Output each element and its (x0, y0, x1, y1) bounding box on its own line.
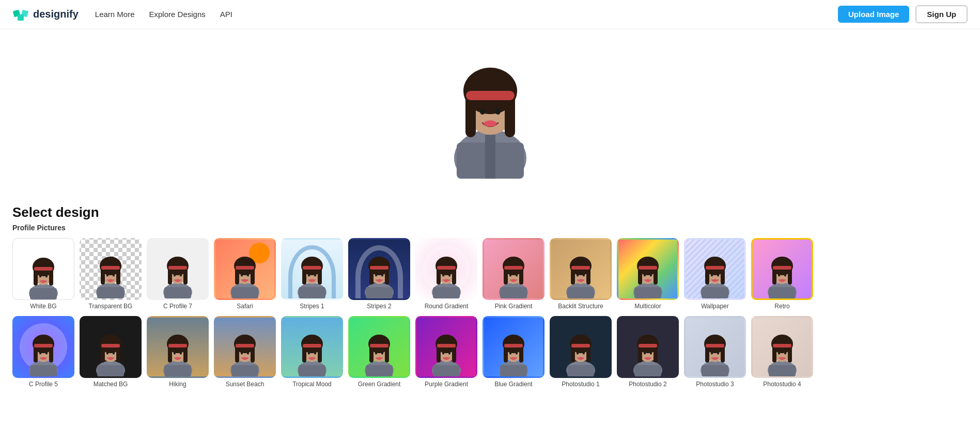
svg-point-101 (583, 274, 585, 277)
svg-rect-209 (504, 344, 523, 348)
svg-point-202 (444, 357, 449, 360)
design-item-stripes-1[interactable]: Stripes 1 (281, 238, 343, 310)
svg-point-102 (578, 279, 583, 282)
svg-rect-143 (30, 365, 57, 376)
design-item-multicolor[interactable]: Multicolor (617, 238, 679, 310)
svg-point-60 (308, 274, 310, 277)
design-item-photostudio-2[interactable]: Photostudio 2 (617, 316, 679, 388)
svg-rect-113 (634, 287, 661, 298)
design-item-backlit-structure[interactable]: Backlit Structure (550, 238, 612, 310)
svg-point-132 (780, 279, 785, 282)
svg-point-242 (712, 357, 718, 360)
svg-rect-179 (303, 344, 321, 348)
svg-rect-43 (164, 287, 191, 298)
design-item-tropical-mood[interactable]: Tropical Mood (281, 316, 343, 388)
svg-point-112 (645, 279, 650, 282)
svg-rect-2 (18, 14, 24, 21)
design-item-round-gradient[interactable]: Round Gradient (415, 238, 477, 310)
design-label-photostudio-3: Photostudio 3 (696, 381, 734, 388)
svg-point-90 (509, 274, 511, 277)
svg-point-252 (780, 357, 785, 360)
design-label-stripes-2: Stripes 2 (367, 303, 391, 310)
logo[interactable]: designify (12, 6, 79, 23)
svg-point-161 (180, 352, 182, 355)
svg-point-41 (180, 274, 182, 277)
design-item-matched-bg[interactable]: Matched BG (80, 316, 142, 388)
svg-rect-233 (634, 365, 661, 376)
upload-image-button[interactable]: Upload Image (838, 6, 909, 23)
design-label-hiking: Hiking (169, 381, 186, 388)
svg-point-10 (495, 108, 501, 115)
svg-rect-23 (30, 288, 57, 299)
design-label-blue-gradient: Blue Gradient (494, 381, 532, 388)
svg-point-40 (174, 274, 176, 277)
hero-section (0, 29, 980, 194)
design-item-wallpaper[interactable]: Wallpaper (684, 238, 746, 310)
svg-rect-253 (769, 365, 796, 376)
nav-explore-designs[interactable]: Explore Designs (149, 10, 206, 19)
design-item-safari[interactable]: Safari (214, 238, 276, 310)
design-item-blue-gradient[interactable]: Blue Gradient (483, 316, 545, 388)
svg-point-250 (778, 352, 780, 355)
svg-rect-223 (567, 365, 594, 376)
svg-point-251 (784, 352, 786, 355)
design-item-photostudio-4[interactable]: Photostudio 4 (751, 316, 813, 388)
svg-rect-243 (702, 365, 728, 376)
design-item-purple-gradient[interactable]: Purple Gradient (415, 316, 477, 388)
svg-point-130 (778, 274, 780, 277)
svg-rect-203 (433, 365, 460, 376)
design-label-photostudio-4: Photostudio 4 (763, 381, 801, 388)
svg-point-200 (442, 352, 444, 355)
svg-point-50 (241, 274, 243, 277)
design-item-photostudio-1[interactable]: Photostudio 1 (550, 316, 612, 388)
design-item-pink-gradient[interactable]: Pink Gradient (483, 238, 545, 310)
svg-point-111 (650, 274, 652, 277)
design-label-white-bg: White BG (30, 303, 56, 310)
svg-rect-29 (101, 266, 120, 270)
sign-up-button[interactable]: Sign Up (915, 5, 968, 23)
design-item-transparent-bg[interactable]: Transparent BG (80, 238, 142, 310)
svg-point-142 (41, 357, 46, 360)
design-section: Select design Profile Pictures White BG (0, 194, 980, 408)
design-label-photostudio-2: Photostudio 2 (629, 381, 666, 388)
svg-rect-169 (236, 344, 254, 348)
svg-rect-109 (639, 266, 657, 270)
svg-rect-129 (773, 266, 791, 270)
svg-rect-53 (231, 287, 258, 298)
svg-point-232 (645, 357, 650, 360)
design-label-safari: Safari (237, 303, 253, 310)
nav-api[interactable]: API (220, 10, 232, 19)
design-item-white-bg[interactable]: White BG (12, 238, 74, 310)
svg-point-30 (106, 274, 108, 277)
svg-point-22 (41, 280, 46, 283)
svg-rect-163 (164, 365, 191, 376)
design-label-retro: Retro (774, 303, 789, 310)
svg-point-100 (577, 274, 579, 277)
design-item-c-profile-7[interactable]: C Profile 7 (147, 238, 209, 310)
svg-point-141 (45, 352, 48, 355)
nav-actions: Upload Image Sign Up (838, 5, 968, 23)
design-item-stripes-2[interactable]: Stripes 2 (348, 238, 410, 310)
svg-point-171 (247, 352, 249, 355)
svg-point-212 (511, 357, 516, 360)
design-item-retro[interactable]: Retro (751, 238, 813, 310)
design-label-transparent-bg: Transparent BG (89, 303, 133, 310)
svg-point-131 (784, 274, 786, 277)
svg-rect-83 (433, 287, 460, 298)
svg-point-211 (516, 352, 518, 355)
design-item-hiking[interactable]: Hiking (147, 316, 209, 388)
svg-point-240 (711, 352, 713, 355)
design-item-photostudio-3[interactable]: Photostudio 3 (684, 316, 746, 388)
design-item-c-profile-5[interactable]: C Profile 5 (12, 316, 74, 388)
nav-learn-more[interactable]: Learn More (95, 10, 135, 19)
svg-rect-49 (236, 266, 254, 270)
svg-rect-153 (97, 365, 124, 376)
svg-point-241 (717, 352, 719, 355)
design-item-green-gradient[interactable]: Green Gradient (348, 316, 410, 388)
svg-point-20 (39, 275, 41, 278)
design-item-sunset-beach[interactable]: Sunset Beach (214, 316, 276, 388)
svg-rect-13 (485, 135, 495, 179)
svg-rect-33 (97, 287, 124, 298)
design-label-green-gradient: Green Gradient (358, 381, 401, 388)
section-title: Select design (12, 204, 968, 220)
